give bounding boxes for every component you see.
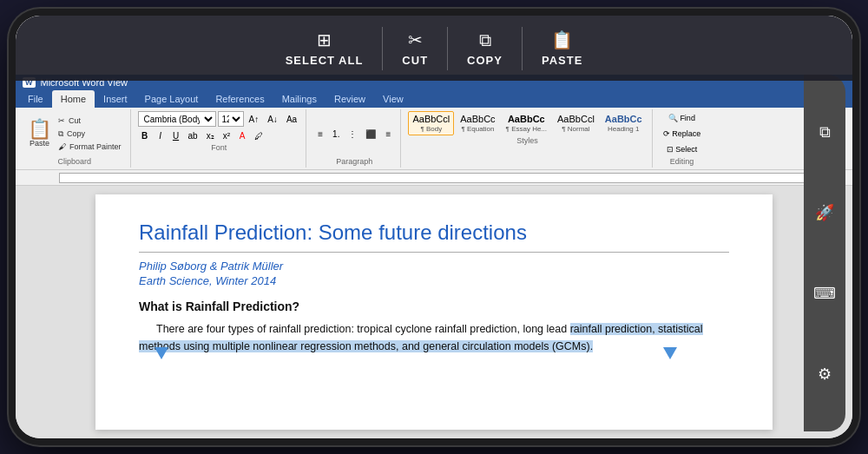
select-button[interactable]: ⊡ Select [663,142,701,156]
clipboard-group: 📋 Paste ✂ Cut ⧉ Copy 🖌 Format Painter Cl… [19,109,131,168]
copy-button[interactable]: ⧉ COPY [448,23,522,74]
copy-label: COPY [467,54,503,67]
context-menu-bar: ⊞ SELECT ALL ✂ CUT ⧉ COPY 📋 PASTE [16,16,852,81]
keyboard-tool-button[interactable]: ⌨ [809,278,840,309]
settings-tool-button[interactable]: ⚙ [809,359,840,390]
ruler [16,170,852,186]
ruler-inner [59,173,809,183]
font-size-select[interactable]: 12 [218,111,244,127]
document-title: Rainfall Prediction: Some future directi… [139,220,729,253]
style-normal-preview: AaBbCcl [557,114,595,125]
tab-view[interactable]: View [374,90,412,108]
clipboard-controls: 📋 Paste ✂ Cut ⧉ Copy 🖌 Format Painter [24,111,125,156]
paragraph-controls: ≡ 1. ⋮ ⬛ ≡ [313,111,395,156]
cut-button[interactable]: ✂ CUT [383,23,447,74]
numbering-button[interactable]: 1. [329,127,343,141]
launch-tool-button[interactable]: 🚀 [809,197,840,228]
paste-ribbon-icon: 📋 [28,120,51,139]
tab-references[interactable]: References [207,90,273,108]
style-body-name: ¶ Body [420,125,442,133]
subscript-button[interactable]: x₂ [203,128,218,142]
style-essay-preview: AaBbCc [508,114,545,125]
tab-file[interactable]: File [19,90,52,108]
selection-handle-left [155,347,168,359]
font-group: Cambria (Body) 12 A↑ A↓ Aa B I [133,109,307,168]
bullets-button[interactable]: ≡ [313,127,327,141]
tab-review[interactable]: Review [326,90,374,108]
font-row2: B I U ab x₂ x² A 🖊 [138,128,301,142]
paste-label: PASTE [542,54,582,67]
style-heading1[interactable]: AaBbCc Heading 1 [601,111,647,135]
section-title: What is Rainfall Prediction? [139,299,729,313]
style-body[interactable]: AaBbCcl ¶ Body [408,111,454,135]
paste-button[interactable]: 📋 PASTE [523,23,602,74]
font-controls: Cambria (Body) 12 A↑ A↓ Aa B I [138,111,301,142]
font-color-button[interactable]: A [235,128,249,142]
tab-mailings[interactable]: Mailings [273,90,326,108]
clipboard-small-controls: ✂ Cut ⧉ Copy 🖌 Format Painter [56,115,125,153]
document-authors: Philip Søborg & Patrik Müller [139,260,729,273]
copy-small-button[interactable]: ⧉ Copy [56,128,125,140]
style-heading1-preview: AaBbCc [605,114,642,125]
clear-format-button[interactable]: Aa [283,112,300,126]
cut-icon: ✂ [408,30,423,50]
style-essay-name: ¶ Essay He... [506,125,547,133]
find-button[interactable]: 🔍 Find [665,111,699,125]
style-body-preview: AaBbCcl [412,114,450,125]
paragraph-group: ≡ 1. ⋮ ⬛ ≡ Paragraph [308,109,401,168]
replace-button[interactable]: ⟳ Replace [660,127,705,141]
style-heading1-name: Heading 1 [608,125,639,133]
font-family-select[interactable]: Cambria (Body) [138,111,216,127]
style-equation[interactable]: AaBbCc ¶ Equation [456,111,499,135]
select-all-label: SELECT ALL [286,54,364,67]
editing-group: 🔍 Find ⟳ Replace ⊡ Select Editing [654,109,710,168]
decrease-font-button[interactable]: A↓ [264,112,281,126]
copy-icon: ⧉ [479,30,491,50]
tab-page-layout[interactable]: Page Layout [136,90,207,108]
select-all-button[interactable]: ⊞ SELECT ALL [266,23,383,74]
style-normal[interactable]: AaBbCcl ¶ Normal [553,111,599,135]
font-row1: Cambria (Body) 12 A↑ A↓ Aa [138,111,301,127]
side-toolbar: ⧉ 🚀 ⌨ ⚙ [804,75,845,431]
strikethrough-button[interactable]: ab [185,128,201,142]
tab-insert[interactable]: Insert [95,90,136,108]
phone-frame: ⊞ SELECT ALL ✂ CUT ⧉ COPY 📋 PASTE [9,9,859,445]
underline-button[interactable]: U [169,128,183,142]
styles-label: Styles [516,136,538,145]
style-normal-name: ¶ Normal [562,125,589,133]
multilevel-button[interactable]: ⋮ [345,127,360,141]
document-area: Rainfall Prediction: Some future directi… [16,186,852,438]
italic-button[interactable]: I [154,128,168,142]
style-essay-heading[interactable]: AaBbCc ¶ Essay He... [502,111,551,135]
align-center-button[interactable]: ≡ [381,127,395,141]
clipboard-label: Clipboard [58,157,92,166]
document-page: Rainfall Prediction: Some future directi… [95,194,773,430]
ribbon-tabs: File Home Insert Page Layout References … [16,90,852,108]
selection-handle-right [663,347,677,359]
tab-home[interactable]: Home [52,90,95,108]
align-left-button[interactable]: ⬛ [362,127,379,141]
editing-controls: 🔍 Find ⟳ Replace ⊡ Select [660,111,705,156]
highlight-button[interactable]: 🖊 [251,128,266,142]
paragraph-label: Paragraph [336,157,372,166]
paste-ribbon-button[interactable]: 📋 Paste [24,118,55,149]
superscript-button[interactable]: x² [220,128,233,142]
copy-tool-button[interactable]: ⧉ [809,116,840,148]
phone-screen: ⊞ SELECT ALL ✂ CUT ⧉ COPY 📋 PASTE [16,16,852,438]
document-subtitle: Earth Science, Winter 2014 [139,274,729,287]
format-painter-button[interactable]: 🖌 Format Painter [56,141,125,153]
paragraph-wrapper: There are four types of rainfall predict… [139,320,729,355]
cut-small-button[interactable]: ✂ Cut [56,115,125,127]
style-equation-preview: AaBbCc [460,114,495,125]
increase-font-button[interactable]: A↑ [246,112,263,126]
paste-ribbon-label: Paste [30,139,49,148]
paste-icon: 📋 [551,30,573,50]
styles-items: AaBbCcl ¶ Body AaBbCc ¶ Equation AaBbCc … [408,111,646,135]
select-all-icon: ⊞ [317,30,332,50]
font-label: Font [211,143,227,152]
style-equation-name: ¶ Equation [461,125,494,133]
editing-label: Editing [670,157,694,166]
ribbon-body: 📋 Paste ✂ Cut ⧉ Copy 🖌 Format Painter Cl… [16,108,852,170]
word-application: W Microsoft Word View File Home Insert P… [16,75,852,438]
bold-button[interactable]: B [138,128,152,142]
